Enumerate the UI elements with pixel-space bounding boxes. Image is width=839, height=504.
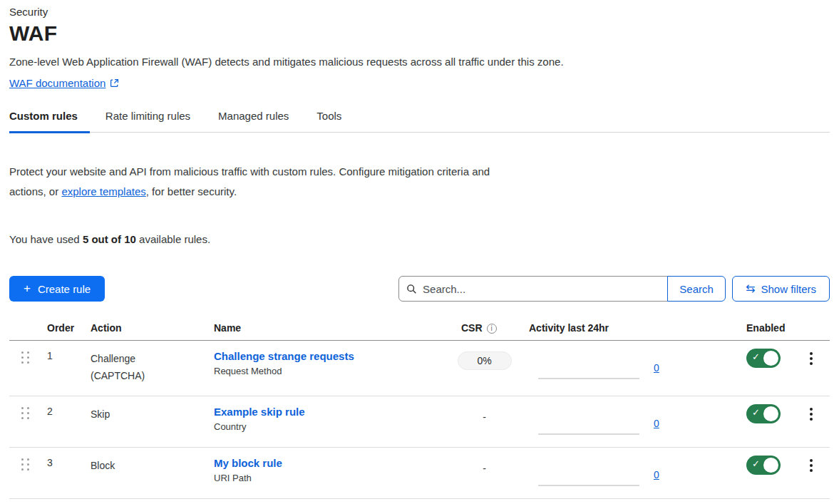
- order-cell: 1: [41, 341, 84, 396]
- usage-before: You have used: [9, 233, 83, 245]
- name-cell: Example skip rule Country: [207, 396, 443, 448]
- drag-cell: [9, 448, 41, 499]
- create-rule-label: Create rule: [38, 283, 91, 295]
- toggle-knob: [762, 456, 780, 474]
- check-icon: ✓: [752, 407, 760, 418]
- activity-cell: 0: [525, 341, 736, 396]
- kebab-menu-icon[interactable]: [805, 408, 817, 421]
- intro-after: , for better security.: [146, 185, 237, 197]
- action-cell: Skip: [84, 396, 207, 448]
- drag-handle-icon[interactable]: [21, 407, 29, 419]
- rule-field: Country: [214, 421, 443, 432]
- search-input[interactable]: [423, 283, 660, 295]
- intro-text: Protect your website and API from malici…: [9, 162, 501, 202]
- csr-value: -: [483, 411, 486, 423]
- kebab-menu-icon[interactable]: [805, 352, 817, 365]
- rule-name-link[interactable]: My block rule: [214, 457, 282, 469]
- enabled-cell: ✓: [736, 396, 793, 448]
- check-icon: ✓: [752, 351, 760, 362]
- explore-templates-link[interactable]: explore templates: [61, 185, 145, 197]
- info-icon[interactable]: i: [487, 324, 497, 334]
- tab-bar: Custom rules Rate limiting rules Managed…: [9, 110, 830, 133]
- plus-icon: +: [24, 282, 31, 296]
- enabled-toggle[interactable]: ✓: [746, 456, 781, 475]
- csr-value: -: [483, 463, 486, 474]
- header-name: Name: [207, 322, 443, 341]
- search-icon: [406, 284, 417, 294]
- external-link-icon: [110, 78, 119, 88]
- activity-count-link[interactable]: 0: [654, 469, 659, 480]
- show-filters-label: Show filters: [761, 283, 816, 295]
- create-rule-button[interactable]: + Create rule: [9, 276, 105, 302]
- toggle-knob: [762, 349, 780, 367]
- menu-cell: [793, 448, 830, 499]
- table-row: 1 Challenge (CAPTCHA) Challenge strange …: [9, 341, 830, 396]
- show-filters-button[interactable]: ⇆ Show filters: [732, 276, 830, 302]
- header-csr: CSRi: [443, 322, 525, 341]
- drag-cell: [9, 341, 41, 396]
- enabled-toggle[interactable]: ✓: [746, 349, 781, 368]
- drag-handle-icon[interactable]: [21, 458, 29, 470]
- waf-page: Security WAF Zone-level Web Application …: [0, 0, 839, 499]
- csr-cell: -: [443, 448, 525, 499]
- usage-count: 5 out of 10: [83, 233, 136, 245]
- breadcrumb-security: Security: [9, 6, 830, 18]
- enabled-cell: ✓: [736, 448, 793, 499]
- csr-cell: 0%: [443, 341, 525, 396]
- menu-cell: [793, 396, 830, 448]
- order-cell: 2: [41, 396, 84, 448]
- activity-cell: 0: [525, 396, 736, 448]
- waf-documentation-link[interactable]: WAF documentation: [9, 77, 105, 89]
- page-title: WAF: [9, 21, 830, 46]
- drag-cell: [9, 396, 41, 448]
- check-icon: ✓: [752, 458, 760, 469]
- usage-after: available rules.: [136, 233, 210, 245]
- activity-cell: 0: [525, 448, 736, 499]
- search-button[interactable]: Search: [667, 276, 726, 302]
- action-cell: Block: [84, 448, 207, 499]
- name-cell: My block rule URI Path: [207, 448, 443, 499]
- search-group: Search ⇆ Show filters: [398, 276, 830, 302]
- header-order: Order: [41, 322, 84, 341]
- enabled-toggle[interactable]: ✓: [746, 404, 781, 423]
- rules-table: Order Action Name CSRi Activity last 24h…: [9, 322, 830, 499]
- activity-sparkline: [538, 378, 639, 379]
- tab-rate-limiting-rules[interactable]: Rate limiting rules: [105, 110, 202, 132]
- activity-sparkline: [538, 485, 639, 486]
- order-cell: 3: [41, 448, 84, 499]
- rule-name-link[interactable]: Example skip rule: [214, 406, 305, 418]
- doc-link-row: WAF documentation: [9, 77, 830, 89]
- action-cell: Challenge (CAPTCHA): [84, 341, 207, 396]
- activity-count-link[interactable]: 0: [654, 362, 659, 374]
- activity-count-link[interactable]: 0: [654, 418, 659, 429]
- kebab-menu-icon[interactable]: [805, 459, 817, 472]
- rule-field: Request Method: [214, 366, 443, 376]
- tab-tools[interactable]: Tools: [316, 110, 354, 132]
- tab-managed-rules[interactable]: Managed rules: [218, 110, 301, 132]
- header-menu: [793, 322, 830, 341]
- search-box: [398, 276, 668, 302]
- rule-name-link[interactable]: Challenge strange requests: [214, 350, 354, 362]
- csr-badge: 0%: [458, 351, 512, 370]
- name-cell: Challenge strange requests Request Metho…: [207, 341, 443, 396]
- table-row: 3 Block My block rule URI Path - 0: [9, 448, 830, 499]
- csr-cell: -: [443, 396, 525, 448]
- header-enabled: Enabled: [736, 322, 793, 341]
- activity-sparkline: [538, 433, 639, 435]
- toolbar: + Create rule Search ⇆ Show filters: [9, 276, 830, 302]
- table-header-row: Order Action Name CSRi Activity last 24h…: [9, 322, 830, 341]
- menu-cell: [793, 341, 830, 396]
- toggle-knob: [762, 405, 780, 423]
- header-action: Action: [84, 322, 207, 341]
- table-row: 2 Skip Example skip rule Country - 0: [9, 396, 830, 448]
- header-drag: [9, 322, 41, 341]
- usage-text: You have used 5 out of 10 available rule…: [9, 233, 830, 245]
- tab-custom-rules[interactable]: Custom rules: [9, 110, 90, 132]
- filters-swap-icon: ⇆: [746, 283, 755, 294]
- drag-handle-icon[interactable]: [21, 351, 29, 364]
- page-description: Zone-level Web Application Firewall (WAF…: [9, 56, 830, 68]
- header-activity: Activity last 24hr: [525, 322, 736, 341]
- enabled-cell: ✓: [736, 341, 793, 396]
- rule-field: URI Path: [214, 473, 443, 483]
